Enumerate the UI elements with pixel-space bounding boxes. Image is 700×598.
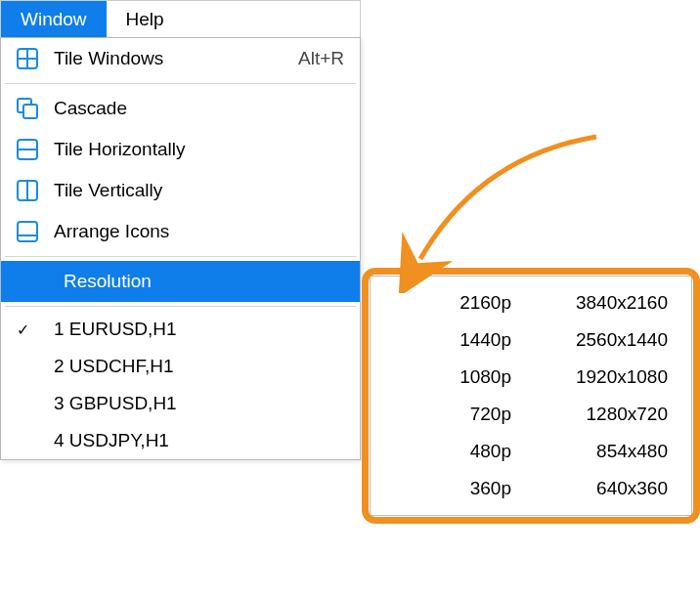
- menubar-window[interactable]: Window: [1, 1, 107, 37]
- resolution-dimensions: 2560x1440: [511, 329, 668, 351]
- cascade-icon: [17, 98, 44, 119]
- menu-cascade[interactable]: Cascade: [1, 88, 360, 129]
- resolution-name: 360p: [394, 478, 511, 499]
- separator: [5, 83, 356, 84]
- menu-shortcut: Alt+R: [298, 48, 344, 69]
- resolution-name: 1080p: [394, 366, 511, 388]
- svg-rect-9: [18, 222, 37, 241]
- window-label: 3 GBPUSD,H1: [44, 393, 344, 414]
- resolution-name: 720p: [394, 404, 511, 425]
- menu-label: Tile Windows: [44, 48, 298, 69]
- menu-arrange-icons[interactable]: Arrange Icons: [1, 211, 360, 252]
- resolution-option[interactable]: 480p 854x480: [371, 433, 691, 470]
- svg-rect-4: [23, 105, 37, 118]
- resolution-dimensions: 1280x720: [511, 404, 668, 425]
- tile-windows-icon: [17, 48, 44, 69]
- resolution-name: 2160p: [394, 292, 511, 314]
- resolution-dimensions: 3840x2160: [511, 292, 668, 314]
- resolution-option[interactable]: 360p 640x360: [371, 470, 691, 507]
- menu-label: Tile Horizontally: [44, 139, 344, 160]
- menubar: Window Help: [0, 0, 361, 37]
- window-label: 1 EURUSD,H1: [44, 319, 344, 340]
- menu-label: Arrange Icons: [44, 221, 344, 242]
- menu-tile-vertically[interactable]: Tile Vertically: [1, 170, 360, 211]
- resolution-option[interactable]: 720p 1280x720: [371, 396, 691, 433]
- open-windows-list: ✓ 1 EURUSD,H1 2 USDCHF,H1 3 GBPUSD,H1 4 …: [1, 311, 360, 459]
- separator: [5, 256, 356, 257]
- resolution-option[interactable]: 1080p 1920x1080: [371, 359, 691, 396]
- window-label: 2 USDCHF,H1: [44, 356, 344, 377]
- resolution-name: 480p: [394, 441, 511, 462]
- resolution-dimensions: 1920x1080: [511, 366, 668, 388]
- resolution-name: 1440p: [394, 329, 511, 351]
- menu-tile-horizontally[interactable]: Tile Horizontally: [1, 129, 360, 170]
- window-item[interactable]: 4 USDJPY,H1: [1, 422, 360, 459]
- check-icon: ✓: [17, 320, 44, 339]
- menu-label: Tile Vertically: [44, 180, 344, 201]
- resolution-dimensions: 640x360: [511, 478, 668, 499]
- window-item[interactable]: 3 GBPUSD,H1: [1, 385, 360, 422]
- resolution-option[interactable]: 2160p 3840x2160: [371, 284, 691, 321]
- resolution-dimensions: 854x480: [511, 441, 668, 462]
- tile-vertical-icon: [17, 180, 44, 201]
- menu-label: Cascade: [44, 98, 344, 119]
- window-item[interactable]: 2 USDCHF,H1: [1, 348, 360, 385]
- resolution-option[interactable]: 1440p 2560x1440: [371, 321, 691, 359]
- tile-horizontal-icon: [17, 139, 44, 160]
- menu-resolution[interactable]: Resolution: [1, 261, 360, 302]
- window-menu-dropdown: Tile Windows Alt+R Cascade Tile Horizont…: [0, 37, 361, 460]
- arrange-icons-icon: [17, 221, 44, 242]
- menu-label: Resolution: [17, 271, 344, 292]
- resolution-submenu: 2160p 3840x2160 1440p 2560x1440 1080p 19…: [370, 276, 692, 516]
- arrow-callout: [391, 127, 645, 293]
- separator: [5, 306, 356, 307]
- menubar-help[interactable]: Help: [107, 1, 184, 37]
- menu-tile-windows[interactable]: Tile Windows Alt+R: [1, 38, 360, 79]
- window-label: 4 USDJPY,H1: [44, 430, 344, 451]
- window-item[interactable]: ✓ 1 EURUSD,H1: [1, 311, 360, 348]
